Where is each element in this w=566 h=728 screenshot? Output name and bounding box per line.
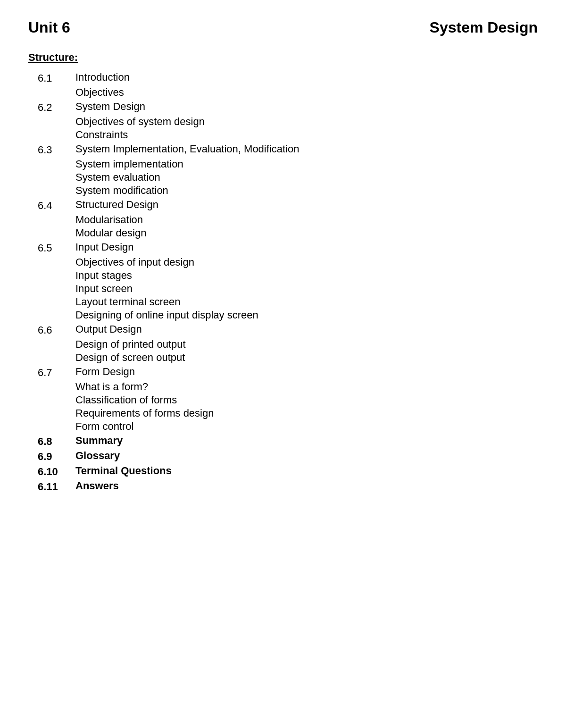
- section-label-6-1: Introduction: [75, 71, 130, 84]
- unit-title: Unit 6: [28, 19, 70, 36]
- toc-section-6-3: 6.3System Implementation, Evaluation, Mo…: [38, 143, 538, 156]
- section-label-6-10: Terminal Questions: [75, 465, 172, 477]
- section-label-6-5: Input Design: [75, 241, 134, 253]
- section-label-6-6: Output Design: [75, 323, 142, 335]
- sub-items-6-2: Objectives of system designConstraints: [75, 116, 538, 141]
- sub-items-6-7: What is a form?Classification of formsRe…: [75, 381, 538, 433]
- sub-item: Objectives of input design: [75, 256, 538, 268]
- section-number-6-1: 6.1: [38, 71, 75, 84]
- section-number-6-11: 6.11: [38, 480, 75, 493]
- sub-item: Input stages: [75, 269, 538, 282]
- toc-section-6-9: 6.9Glossary: [38, 450, 538, 463]
- sub-item: Form control: [75, 420, 538, 433]
- sub-items-6-4: ModularisationModular design: [75, 214, 538, 239]
- toc-section-6-2: 6.2System Design: [38, 100, 538, 114]
- section-number-6-8: 6.8: [38, 435, 75, 448]
- toc-section-6-6: 6.6Output Design: [38, 323, 538, 336]
- sub-items-6-3: System implementationSystem evaluationSy…: [75, 158, 538, 197]
- table-of-contents: 6.1IntroductionObjectives6.2System Desig…: [38, 71, 538, 493]
- toc-section-6-1: 6.1Introduction: [38, 71, 538, 84]
- section-label-6-9: Glossary: [75, 450, 120, 462]
- sub-item: System implementation: [75, 158, 538, 170]
- sub-item: Layout terminal screen: [75, 296, 538, 308]
- sub-item: Design of screen output: [75, 351, 538, 364]
- section-number-6-4: 6.4: [38, 199, 75, 212]
- section-number-6-6: 6.6: [38, 323, 75, 336]
- sub-item: Input screen: [75, 283, 538, 295]
- section-number-6-10: 6.10: [38, 465, 75, 478]
- section-number-6-9: 6.9: [38, 450, 75, 463]
- sub-item: System evaluation: [75, 171, 538, 184]
- sub-item: Designing of online input display screen: [75, 309, 538, 321]
- sub-item: Modularisation: [75, 214, 538, 226]
- section-label-6-3: System Implementation, Evaluation, Modif…: [75, 143, 299, 155]
- sub-item: What is a form?: [75, 381, 538, 393]
- toc-section-6-4: 6.4Structured Design: [38, 199, 538, 212]
- section-label-6-8: Summary: [75, 435, 123, 447]
- sub-item: Objectives of system design: [75, 116, 538, 128]
- sub-item: Constraints: [75, 129, 538, 141]
- sub-item: Design of printed output: [75, 338, 538, 351]
- section-number-6-2: 6.2: [38, 100, 75, 114]
- page-header: Unit 6 System Design: [28, 19, 538, 36]
- sub-item: Classification of forms: [75, 394, 538, 406]
- sub-item: Requirements of forms design: [75, 407, 538, 419]
- page-title: System Design: [430, 19, 538, 36]
- section-number-6-7: 6.7: [38, 366, 75, 379]
- sub-items-6-6: Design of printed outputDesign of screen…: [75, 338, 538, 364]
- section-number-6-3: 6.3: [38, 143, 75, 156]
- section-number-6-5: 6.5: [38, 241, 75, 254]
- sub-items-6-5: Objectives of input designInput stagesIn…: [75, 256, 538, 321]
- sub-item: System modification: [75, 184, 538, 197]
- sub-items-6-1: Objectives: [75, 86, 538, 99]
- toc-section-6-11: 6.11Answers: [38, 480, 538, 493]
- section-label-6-2: System Design: [75, 100, 145, 113]
- section-label-6-7: Form Design: [75, 366, 135, 378]
- toc-section-6-7: 6.7Form Design: [38, 366, 538, 379]
- sub-item: Modular design: [75, 227, 538, 239]
- structure-label: Structure:: [28, 51, 538, 64]
- toc-section-6-8: 6.8Summary: [38, 435, 538, 448]
- section-label-6-4: Structured Design: [75, 199, 158, 211]
- toc-section-6-10: 6.10Terminal Questions: [38, 465, 538, 478]
- section-label-6-11: Answers: [75, 480, 119, 492]
- toc-section-6-5: 6.5Input Design: [38, 241, 538, 254]
- sub-item: Objectives: [75, 86, 538, 99]
